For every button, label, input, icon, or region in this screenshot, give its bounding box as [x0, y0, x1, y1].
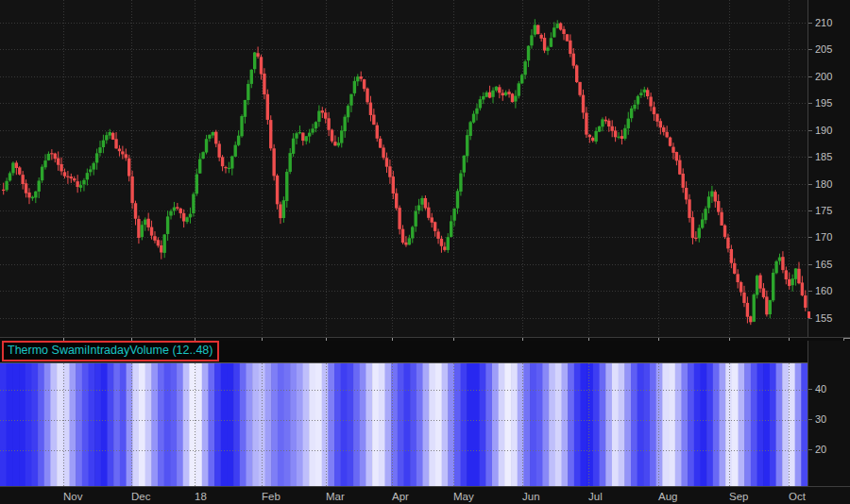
thermo-tick-label: 30: [815, 413, 826, 425]
month-label: Sep: [729, 491, 748, 502]
price-tick-label: 165: [815, 259, 832, 270]
price-tick-label: 190: [815, 125, 832, 136]
thermo-axis[interactable]: 403020: [808, 341, 850, 486]
time-axis[interactable]: NovDec18FebMarAprMayJunJulAugSepOct: [0, 486, 850, 504]
price-tick-label: 205: [815, 43, 832, 55]
thermo-tick-label: 40: [815, 383, 826, 395]
price-tick-mark: [808, 23, 812, 24]
thermo-tick-mark: [808, 419, 812, 420]
price-tick-mark: [808, 76, 812, 77]
price-axis[interactable]: 210205200195190185180175170165160155: [808, 0, 850, 337]
month-label: Feb: [262, 491, 280, 502]
price-tick-label: 175: [815, 205, 832, 216]
price-tick-label: 200: [815, 71, 832, 82]
price-chart-canvas[interactable]: [0, 0, 808, 337]
thermo-study-label[interactable]: Thermo SwamiIntradayVolume (12..48): [2, 341, 219, 361]
price-tick-label: 185: [815, 151, 832, 162]
month-label: Aug: [658, 491, 677, 502]
price-tick-label: 160: [815, 285, 832, 296]
price-tick-label: 210: [815, 17, 832, 28]
month-label: Apr: [392, 491, 409, 502]
month-label: Dec: [131, 491, 150, 502]
month-label: Nov: [63, 491, 82, 502]
month-label: 18: [195, 491, 207, 502]
price-tick-mark: [808, 157, 812, 158]
price-tick-mark: [808, 318, 812, 319]
price-tick-label: 170: [815, 231, 832, 243]
price-tick-label: 155: [815, 312, 832, 324]
price-tick-label: 195: [815, 97, 832, 109]
thermo-heatmap-canvas[interactable]: [0, 362, 808, 487]
thermo-tick-mark: [808, 389, 812, 390]
price-tick-label: 180: [815, 178, 832, 190]
thermo-tick-label: 20: [815, 444, 826, 455]
thermo-tick-mark: [808, 449, 812, 450]
price-tick-mark: [808, 49, 812, 50]
month-label: Jul: [588, 491, 603, 502]
price-tick-mark: [808, 103, 812, 104]
price-tick-mark: [808, 264, 812, 265]
last-price-marker-icon: [808, 311, 810, 318]
month-label: May: [453, 491, 474, 502]
month-label: Jun: [522, 491, 540, 502]
thermo-study-label-text: Thermo SwamiIntradayVolume (12..48): [8, 344, 212, 357]
price-tick-mark: [808, 237, 812, 238]
price-tick-mark: [808, 130, 812, 131]
price-tick-mark: [808, 184, 812, 185]
month-label: Mar: [326, 491, 345, 502]
price-tick-mark: [808, 291, 812, 292]
chart-window: 210205200195190185180175170165160155 The…: [0, 0, 850, 504]
month-label: Oct: [789, 491, 806, 502]
price-tick-mark: [808, 210, 812, 211]
